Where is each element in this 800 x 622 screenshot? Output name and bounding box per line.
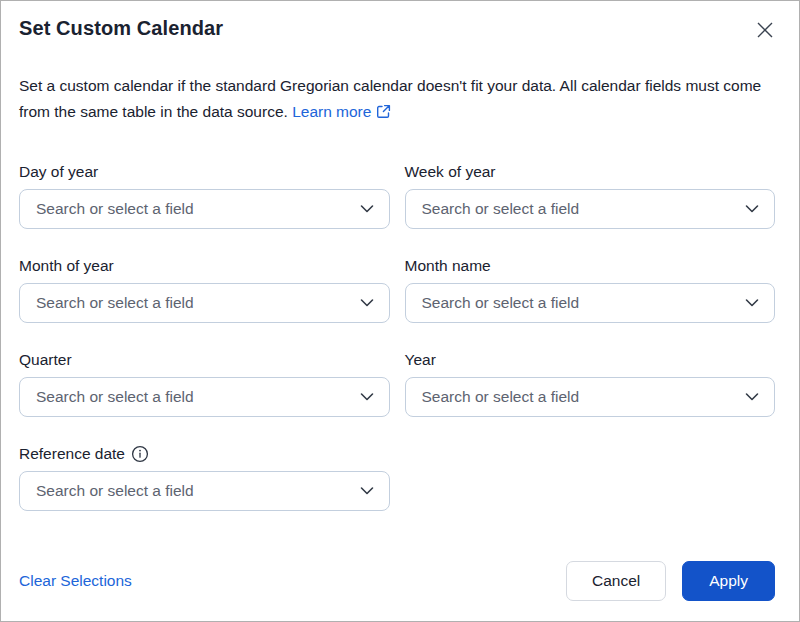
field-label: Month name (405, 257, 776, 275)
quarter-input[interactable] (19, 377, 390, 417)
field-year: Year (405, 351, 776, 417)
dialog-header: Set Custom Calendar (19, 14, 775, 44)
month-of-year-combobox[interactable] (19, 283, 390, 323)
field-month-name: Month name (405, 257, 776, 323)
year-combobox[interactable] (405, 377, 776, 417)
learn-more-link[interactable]: Learn more (292, 103, 391, 120)
day-of-year-combobox[interactable] (19, 189, 390, 229)
close-icon (755, 28, 775, 43)
field-week-of-year: Week of year (405, 163, 776, 229)
field-label: Month of year (19, 257, 390, 275)
dialog-description: Set a custom calendar if the standard Gr… (19, 73, 767, 127)
quarter-combobox[interactable] (19, 377, 390, 417)
week-of-year-input[interactable] (405, 189, 776, 229)
field-month-of-year: Month of year (19, 257, 390, 323)
field-day-of-year: Day of year (19, 163, 390, 229)
dialog-footer: Clear Selections Cancel Apply (19, 561, 775, 601)
chevron-down-icon[interactable] (360, 487, 374, 496)
chevron-down-icon[interactable] (360, 205, 374, 214)
apply-button[interactable]: Apply (682, 561, 775, 601)
year-input[interactable] (405, 377, 776, 417)
chevron-down-icon[interactable] (745, 205, 759, 214)
field-reference-date: Reference date (19, 445, 390, 511)
chevron-down-icon[interactable] (360, 393, 374, 402)
field-label: Reference date (19, 445, 390, 463)
clear-selections-link[interactable]: Clear Selections (19, 572, 132, 590)
chevron-down-icon[interactable] (360, 299, 374, 308)
external-link-icon (376, 105, 391, 122)
dialog-title: Set Custom Calendar (19, 14, 223, 40)
month-name-input[interactable] (405, 283, 776, 323)
month-name-combobox[interactable] (405, 283, 776, 323)
chevron-down-icon[interactable] (745, 299, 759, 308)
calendar-fields-grid: Day of year Week of year Month of year (19, 163, 775, 511)
set-custom-calendar-dialog: Set Custom Calendar Set a custom calenda… (0, 0, 800, 622)
footer-buttons: Cancel Apply (566, 561, 775, 601)
day-of-year-input[interactable] (19, 189, 390, 229)
field-label: Quarter (19, 351, 390, 369)
field-label: Year (405, 351, 776, 369)
month-of-year-input[interactable] (19, 283, 390, 323)
grid-spacer (405, 445, 776, 511)
close-button[interactable] (751, 16, 779, 44)
field-label: Week of year (405, 163, 776, 181)
chevron-down-icon[interactable] (745, 393, 759, 402)
reference-date-input[interactable] (19, 471, 390, 511)
info-icon[interactable] (131, 445, 149, 463)
field-label: Day of year (19, 163, 390, 181)
field-quarter: Quarter (19, 351, 390, 417)
cancel-button[interactable]: Cancel (566, 561, 666, 601)
reference-date-combobox[interactable] (19, 471, 390, 511)
week-of-year-combobox[interactable] (405, 189, 776, 229)
